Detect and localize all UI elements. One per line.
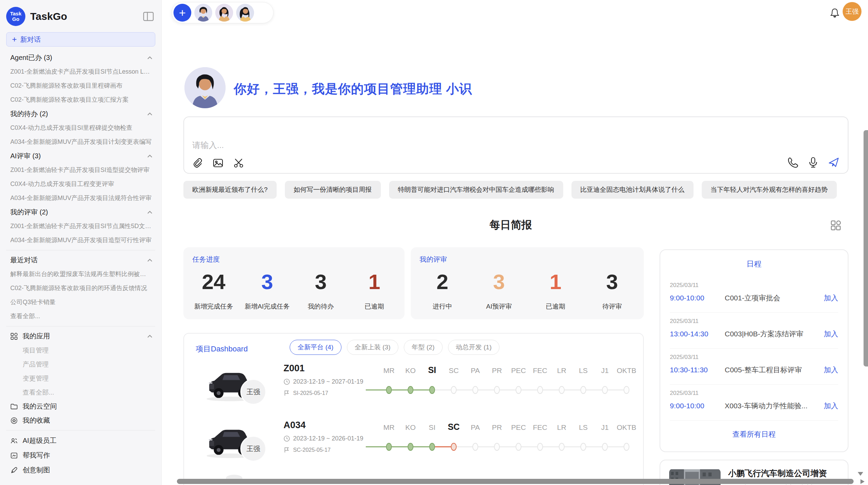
join-button[interactable]: 加入 [824,401,838,411]
suggestion-chip[interactable]: 当下年轻人对汽车外观有怎样的喜好趋势 [702,181,837,199]
recent-chat-item[interactable]: 公司Q3轻卡销量 [6,295,155,309]
dashboard-filter-chip[interactable]: 全新平台 (4) [290,340,341,355]
milestone-dot-SI[interactable] [429,443,435,451]
session-avatar-3[interactable] [236,4,254,22]
app-sub-item[interactable]: 项目管理 [6,343,155,357]
join-button[interactable]: 加入 [824,293,838,303]
pen-icon [10,467,18,474]
milestone-label: LR [557,423,566,432]
suggestion-chips: 欧洲新规最近颁布了什么?如何写一份清晰的项目周报特朗普可能对进口汽车增税会对中国… [183,181,837,199]
milestone-dot-FEC[interactable] [537,386,543,394]
milestone-dot-PEC[interactable] [516,443,521,451]
session-avatar-1[interactable] [194,4,212,22]
app-sub-item[interactable]: 查看全部... [6,385,155,399]
recent-chat-item[interactable]: 解释最新出台的欧盟报废车法规再生塑料比例被调至15%... [6,267,155,281]
sidebar-section-header[interactable]: Agent已办 (3) [6,51,155,65]
sidebar-task-item[interactable]: C0X4-动力总成开发项目工程变更评审 [6,177,155,191]
sidebar-section-header[interactable]: AI评审 (3) [6,149,155,163]
scissors-icon[interactable] [233,157,244,169]
app-sub-item[interactable]: 产品管理 [6,357,155,371]
add-session-button[interactable]: + [173,4,191,22]
join-button[interactable]: 加入 [824,329,838,339]
sidebar-item-creative-drawing[interactable]: 创意制图 [6,463,155,477]
message-input[interactable]: 请输入... [183,116,848,174]
dashboard-filter-chip[interactable]: 年型 (2) [404,340,443,355]
session-avatar-2[interactable] [215,4,233,22]
milestone-dot-J1[interactable] [602,443,608,451]
attachment-icon[interactable] [192,157,203,169]
milestone-dot-J1[interactable] [602,386,608,394]
milestone-dot-FEC[interactable] [537,443,543,451]
milestone-dot-KO[interactable] [408,386,413,394]
milestone-dot-OKTB[interactable] [624,386,629,394]
layout-grid-icon[interactable] [830,219,842,232]
sidebar-item-cloud-space[interactable]: 我的云空间 [6,399,155,413]
dashboard-filter-chip[interactable]: 全新上装 (3) [347,340,399,355]
suggestion-chip[interactable]: 比亚迪全固态电池计划具体说了什么 [571,181,694,199]
milestone-dot-PA[interactable] [472,443,478,451]
assistant-avatar [184,67,226,108]
sidebar-task-item[interactable]: Z001-全新燃油轻卡产品开发项目SI造型提交物评审 [6,163,155,177]
sidebar-task-item[interactable]: A034-全新新能源MUV产品开发项目计划变更表编写 [6,135,155,149]
horizontal-scrollbar[interactable] [177,479,854,484]
milestone-dot-OKTB[interactable] [624,443,629,451]
vertical-scrollbar[interactable] [864,130,868,366]
milestone-dot-LS[interactable] [580,386,586,394]
send-icon[interactable] [828,157,840,168]
stat: 24新增完成任务 [187,269,240,319]
milestone-dot-LR[interactable] [559,443,565,451]
user-avatar[interactable]: 王强 [843,2,861,21]
milestone-dot-KO[interactable] [408,443,413,451]
sidebar-section-header[interactable]: 我的评审 (2) [6,205,155,219]
sidebar-section-header[interactable]: 我的待办 (2) [6,107,155,121]
milestone-dot-PR[interactable] [494,443,500,451]
milestone-dot-LS[interactable] [580,443,586,451]
milestone-label: MR [383,423,395,432]
schedule-event-title: X003-车辆动力学性能验... [725,401,824,411]
scroll-down-arrow[interactable] [858,472,863,476]
suggestion-chip[interactable]: 特朗普可能对进口汽车增税会对中国车企造成哪些影响 [389,181,563,199]
sidebar-task-item[interactable]: A034-全新新能源MUV产品开发项目法规符合性评审 [6,191,155,205]
project-row[interactable]: 王强A0342023-12-19 ~ 2026-01-19SC-2025-05-… [184,418,644,473]
sidebar-item-ai-super-staff[interactable]: AI超级员工 [6,433,155,448]
milestone-dot-MR[interactable] [386,386,392,394]
join-button[interactable]: 加入 [824,365,838,375]
suggestion-chip[interactable]: 如何写一份清晰的项目周报 [285,181,381,199]
milestone-dot-LR[interactable] [559,386,565,394]
sidebar-task-item[interactable]: Z001-全新燃油皮卡产品开发项目SI节点Lesson Learn报告 [6,65,155,79]
sidebar-task-item[interactable]: C0X4-动力总成开发项目SI里程碑提交物检查 [6,121,155,135]
sidebar-task-item[interactable]: Z001-全新燃油轻卡产品开发项目SI节点属性5D文件评审 [6,219,155,233]
voice-call-icon[interactable] [787,157,798,168]
milestone-dot-SC[interactable] [451,386,457,394]
milestone-dot-SC[interactable] [451,443,457,451]
scroll-right-arrow[interactable] [860,479,865,484]
new-chat-button[interactable]: + 新对话 [6,32,155,47]
favorites-label: 我的收藏 [23,416,153,425]
recent-chats-header[interactable]: 最近对话 [6,253,155,267]
milestone-label: MR [383,366,395,375]
section-label: 我的评审 (2) [10,208,48,217]
sidebar-item-help-me-write[interactable]: 帮我写作 [6,448,155,463]
sidebar-task-item[interactable]: C02-飞腾新能源轻客改款项目里程碑画布 [6,79,155,93]
milestone-dot-MR[interactable] [386,443,392,451]
my-apps-header[interactable]: 我的应用 [6,329,155,343]
dashboard-filter-chip[interactable]: 动总开发 (1) [448,340,500,355]
milestone-dot-PR[interactable] [494,386,500,394]
sidebar-item-favorites[interactable]: 我的收藏 [6,413,155,427]
sidebar-task-item[interactable]: A034-全新新能源MUV产品开发项目造型可行性评审 [6,233,155,247]
notifications-bell-icon[interactable] [830,8,840,18]
recent-chat-item[interactable]: C02-飞腾新能源轻客改款项目的闭环通告反馈情况 [6,281,155,295]
project-row[interactable]: 王强Z0012023-12-19 ~ 2027-01-19SI-2025-05-… [184,361,644,416]
sidebar-task-item[interactable]: C02-飞腾新能源轻客改款项目立项汇报方案 [6,93,155,107]
app-sub-item[interactable]: 变更管理 [6,371,155,385]
milestone-dot-PEC[interactable] [516,386,521,394]
milestone-dot-SI[interactable] [429,386,435,394]
sidebar-collapse-icon[interactable] [143,12,154,21]
milestone-dot-PA[interactable] [472,386,478,394]
microphone-icon[interactable] [807,157,819,168]
view-all-schedule-link[interactable]: 查看所有日程 [660,430,848,439]
recent-view-all[interactable]: 查看全部... [6,309,155,323]
daily-brief-title: 每日简报 [162,218,860,232]
image-icon[interactable] [212,157,224,169]
suggestion-chip[interactable]: 欧洲新规最近颁布了什么? [183,181,277,199]
